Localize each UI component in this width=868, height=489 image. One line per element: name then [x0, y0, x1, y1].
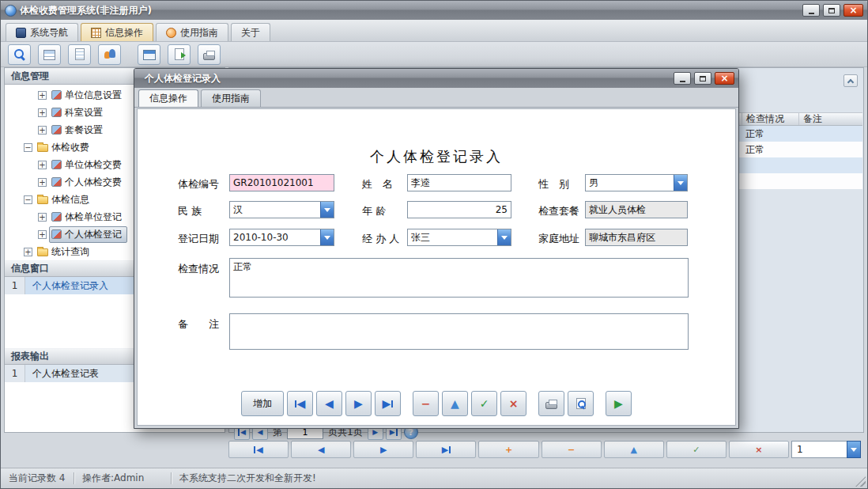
- ribbon-tab-bar: 系统导航 信息操作 使用指南 关于: [1, 20, 867, 42]
- users-button[interactable]: [98, 44, 121, 65]
- package-input: [585, 201, 688, 218]
- expand-icon[interactable]: +: [38, 213, 47, 222]
- expand-icon[interactable]: +: [38, 108, 47, 117]
- expand-icon[interactable]: +: [38, 230, 47, 239]
- address-input: [585, 229, 688, 246]
- close-button[interactable]: ×: [843, 4, 863, 17]
- chevron-down-icon: [324, 208, 330, 212]
- expand-icon[interactable]: +: [38, 126, 47, 135]
- dialog-maximize-button[interactable]: [694, 72, 711, 85]
- nav-edit-button[interactable]: ▲: [604, 441, 664, 458]
- dialog-tab-user-guide[interactable]: 使用指南: [201, 89, 261, 107]
- dropdown-button[interactable]: [497, 229, 511, 245]
- gender-select[interactable]: 男: [585, 174, 688, 191]
- tree-item-label: 个人体检交费: [65, 176, 122, 189]
- expand-icon[interactable]: +: [38, 91, 47, 100]
- tab-info-operation[interactable]: 信息操作: [81, 23, 153, 41]
- nav-prev-button[interactable]: ◀: [291, 441, 351, 458]
- exam-result-textarea[interactable]: 正常: [229, 258, 689, 298]
- exam-result-label: 检查情况: [178, 262, 219, 276]
- save-record-button[interactable]: ✓: [471, 391, 497, 416]
- nav-first-button[interactable]: ◀: [228, 441, 289, 458]
- table-button[interactable]: [38, 44, 61, 65]
- plus-icon: +: [505, 445, 512, 455]
- window-button[interactable]: [138, 44, 160, 65]
- navigation-icon: [16, 28, 26, 38]
- print-button[interactable]: [538, 391, 564, 416]
- delete-record-button[interactable]: −: [413, 391, 439, 416]
- preview-button[interactable]: [568, 391, 594, 416]
- tree-item-label: 体检信息: [51, 193, 89, 207]
- date-select[interactable]: 2010-10-30: [229, 229, 334, 246]
- tool-icon: [51, 177, 62, 187]
- dropdown-button[interactable]: [674, 175, 687, 191]
- dropdown-button[interactable]: [847, 441, 861, 458]
- tab-system-navigation[interactable]: 系统导航: [6, 23, 78, 41]
- nav-add-button[interactable]: +: [478, 441, 538, 458]
- tab-label: 信息操作: [105, 26, 143, 40]
- nav-cancel-button[interactable]: ×: [729, 441, 789, 458]
- page-size-select[interactable]: 1: [791, 441, 861, 458]
- record-navigator: ◀ ◀ ▶ ▶ + − ▲ ✓ × 1: [228, 441, 861, 458]
- folder-icon: [37, 144, 48, 152]
- exam-no-input[interactable]: [229, 174, 334, 191]
- expand-icon[interactable]: +: [38, 178, 47, 187]
- record-next-button[interactable]: ▶: [345, 391, 372, 416]
- resize-grip[interactable]: [855, 476, 866, 487]
- gender-label: 性 别: [538, 177, 569, 191]
- record-prev-button[interactable]: ◀: [316, 391, 342, 416]
- next-icon: ▶: [380, 445, 387, 455]
- document-button[interactable]: [68, 44, 91, 65]
- handler-label: 经 办 人: [362, 232, 399, 246]
- tree-item-label: 体检单位登记: [65, 210, 122, 224]
- ethnic-select[interactable]: 汉: [229, 201, 334, 218]
- tool-icon: [51, 160, 62, 169]
- toolbar: [1, 42, 867, 67]
- cancel-record-button[interactable]: ×: [500, 391, 526, 416]
- collapse-icon[interactable]: −: [24, 143, 32, 152]
- printer-icon: [545, 402, 557, 409]
- record-first-button[interactable]: ◀: [287, 391, 313, 416]
- maximize-button[interactable]: [823, 4, 840, 17]
- preview-icon: [576, 398, 586, 409]
- tool-icon: [51, 229, 62, 239]
- expand-icon[interactable]: +: [38, 161, 47, 169]
- dialog-tab-info-operation[interactable]: 信息操作: [138, 89, 198, 107]
- collapse-panel-button[interactable]: [843, 74, 858, 87]
- remark-textarea[interactable]: [229, 313, 689, 350]
- dropdown-button[interactable]: [320, 229, 334, 245]
- last-icon: ▶: [442, 445, 451, 455]
- nav-delete-button[interactable]: −: [542, 441, 602, 458]
- nav-last-button[interactable]: ▶: [416, 441, 476, 458]
- search-button[interactable]: [8, 44, 31, 65]
- dialog-titlebar[interactable]: 个人体检登记录入 ×: [134, 69, 738, 88]
- expand-icon[interactable]: +: [24, 248, 32, 256]
- record-last-button[interactable]: ▶: [375, 391, 401, 416]
- name-input[interactable]: [407, 174, 511, 191]
- printer-button[interactable]: [198, 44, 221, 65]
- tab-about[interactable]: 关于: [231, 23, 270, 41]
- grid-column-remark[interactable]: 备注: [798, 113, 863, 125]
- dropdown-button[interactable]: [320, 202, 334, 218]
- section-title: 信息管理: [11, 70, 49, 83]
- add-record-button[interactable]: 增加: [241, 391, 284, 416]
- run-button[interactable]: ▶: [606, 391, 632, 416]
- dialog-close-button[interactable]: ×: [715, 72, 734, 85]
- nav-post-button[interactable]: ✓: [666, 441, 726, 458]
- dialog-minimize-button[interactable]: [674, 72, 691, 85]
- nav-next-button[interactable]: ▶: [353, 441, 413, 458]
- age-input[interactable]: [407, 201, 511, 218]
- collapse-icon[interactable]: −: [24, 195, 32, 204]
- grid-column-exam-status[interactable]: 检查情况: [742, 113, 798, 125]
- edit-record-button[interactable]: ▲: [442, 391, 468, 416]
- minimize-button[interactable]: [802, 4, 820, 17]
- chevron-down-icon: [677, 181, 684, 185]
- titlebar: 体检收费管理系统(非注册用户) ×: [1, 1, 867, 20]
- cross-icon: ×: [755, 445, 762, 455]
- first-icon: ◀: [254, 445, 262, 455]
- handler-select[interactable]: 张三: [407, 229, 511, 246]
- report-button[interactable]: [168, 44, 191, 65]
- tree-item-label: 单位体检交费: [65, 158, 122, 172]
- grid-cell: 正常: [745, 143, 764, 157]
- tab-user-guide[interactable]: 使用指南: [156, 23, 228, 41]
